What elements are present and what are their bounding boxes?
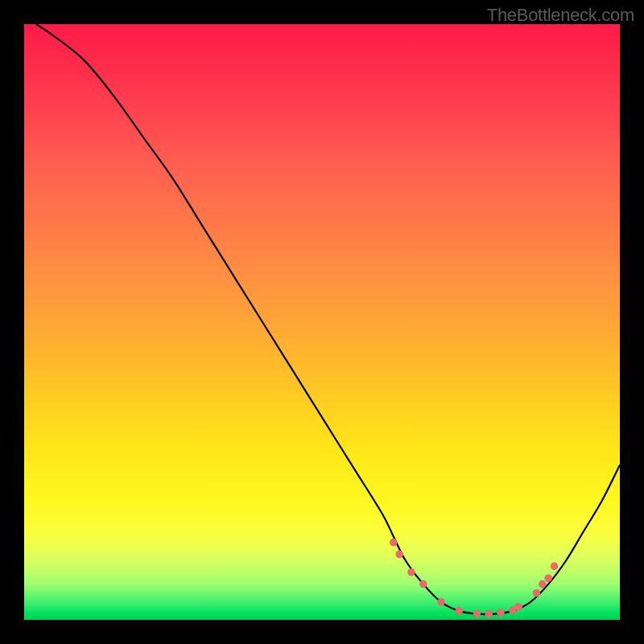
highlight-dot [497,609,505,617]
highlight-dot [473,610,481,618]
chart-svg [24,24,620,620]
bottleneck-curve-line [36,24,620,614]
highlight-dot [437,598,445,606]
highlight-dot [395,551,403,559]
highlight-dot [514,603,522,611]
watermark-text: TheBottleneck.com [487,5,634,26]
highlight-dot [544,574,552,582]
highlight-dots-group [390,539,558,617]
highlight-dot [533,589,541,597]
plot-area [24,24,620,620]
highlight-dot [390,539,398,547]
highlight-dot [551,563,559,571]
highlight-dot [407,568,415,576]
highlight-dot [419,580,427,588]
highlight-dot [455,607,463,615]
highlight-dot [485,610,493,618]
highlight-dot [539,580,547,588]
